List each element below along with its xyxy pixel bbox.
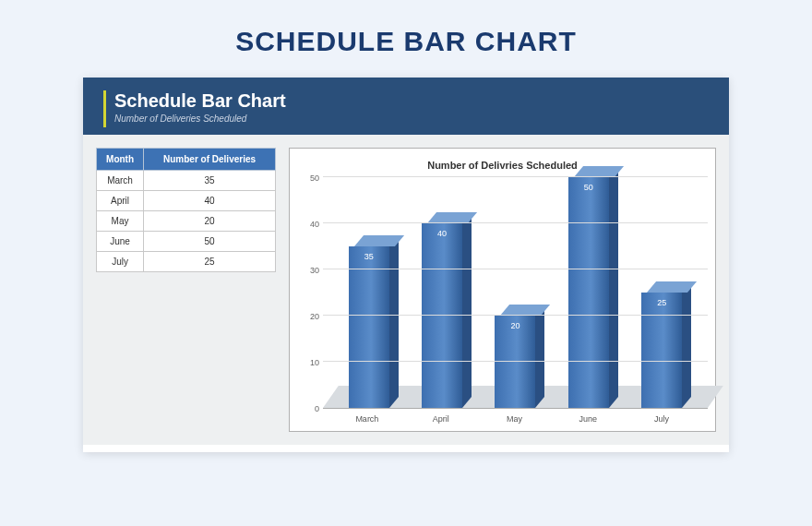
bar-value-label: 40 <box>422 229 462 238</box>
bar-value-label: 20 <box>495 321 535 330</box>
y-tick-label: 40 <box>310 220 319 229</box>
x-tick-label: April <box>415 414 467 424</box>
table-row: July 25 <box>97 252 276 272</box>
cell-value: 40 <box>144 191 276 211</box>
cell-month: April <box>97 191 144 211</box>
table-row: May 20 <box>97 211 276 232</box>
chart-canvas: 01020304050 3540205025 <box>297 178 708 409</box>
cell-month: March <box>97 171 144 191</box>
table-row: April 40 <box>97 191 276 211</box>
cell-month: May <box>97 211 144 232</box>
card-subtitle: Number of Deliveries Scheduled <box>114 114 709 124</box>
bars-row: 3540205025 <box>323 178 708 408</box>
bar: 35 <box>343 246 395 408</box>
page-title: SCHEDULE BAR CHART <box>235 26 577 57</box>
card-title: Schedule Bar Chart <box>114 90 709 112</box>
bar: 40 <box>416 223 468 408</box>
chart-title: Number of Delivries Scheduled <box>297 160 708 171</box>
cell-value: 50 <box>144 232 276 252</box>
cell-value: 20 <box>144 211 276 232</box>
card-header: Schedule Bar Chart Number of Deliveries … <box>83 78 729 135</box>
x-axis: MarchAprilMayJuneJuly <box>297 409 708 424</box>
chart-plot: 3540205025 <box>323 178 708 409</box>
y-tick-label: 50 <box>310 173 319 183</box>
bar: 25 <box>636 293 687 408</box>
y-tick-label: 10 <box>310 358 319 367</box>
x-tick-label: May <box>488 414 540 424</box>
cell-value: 35 <box>144 171 276 191</box>
table-row: March 35 <box>97 171 276 191</box>
x-tick-label: March <box>341 414 393 424</box>
grid-line <box>323 222 708 223</box>
x-tick-label: June <box>562 414 614 424</box>
cell-value: 25 <box>144 252 276 272</box>
chart-card: Schedule Bar Chart Number of Deliveries … <box>83 78 729 452</box>
table-header-month: Month <box>97 149 144 171</box>
x-tick-label: July <box>636 414 687 424</box>
y-tick-label: 30 <box>310 266 319 275</box>
chart-container: Number of Delivries Scheduled 0102030405… <box>289 148 716 432</box>
bar-value-label: 35 <box>349 252 389 261</box>
grid-line <box>323 176 708 177</box>
grid-line <box>323 315 708 316</box>
table-header-deliveries: Number of Deliveries <box>144 149 276 171</box>
y-tick-label: 20 <box>310 312 319 321</box>
grid-line <box>323 269 708 269</box>
bar: 20 <box>489 316 541 408</box>
y-axis: 01020304050 <box>297 178 323 409</box>
grid-line <box>323 361 708 362</box>
cell-month: July <box>97 252 144 272</box>
card-body: Month Number of Deliveries March 35 Apri… <box>83 135 729 445</box>
y-tick-label: 0 <box>315 404 319 413</box>
data-table: Month Number of Deliveries March 35 Apri… <box>96 148 276 272</box>
cell-month: June <box>97 232 144 252</box>
bar-value-label: 25 <box>641 298 682 307</box>
header-accent-bar <box>103 90 106 127</box>
bar-value-label: 50 <box>568 183 609 192</box>
bar: 50 <box>563 177 615 408</box>
table-row: June 50 <box>97 232 276 252</box>
